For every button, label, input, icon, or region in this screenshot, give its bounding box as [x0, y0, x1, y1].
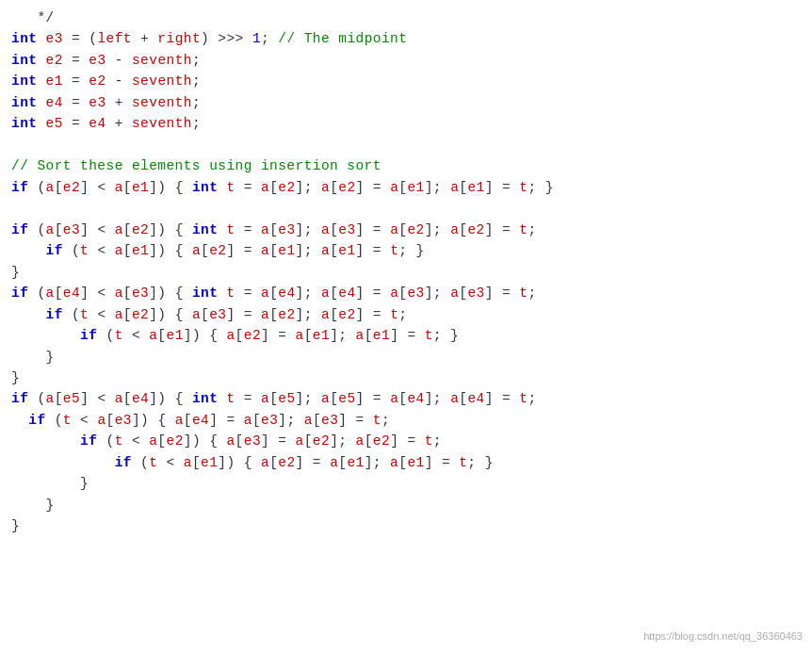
code-line-22: if (t < a[e1]) { a[e2] = a[e1]; a[e1] = … — [11, 452, 801, 473]
code-line-10 — [11, 198, 801, 219]
code-line-8: // Sort these elements using insertion s… — [11, 155, 801, 176]
code-line-4: int e1 = e2 - seventh; — [11, 71, 801, 91]
code-line-23: } — [11, 473, 801, 494]
code-line-24: } — [11, 495, 801, 515]
code-line-20: if (t < a[e3]) { a[e4] = a[e3]; a[e3] = … — [11, 410, 801, 431]
code-line-9: if (a[e2] < a[e1]) { int t = a[e2]; a[e2… — [11, 177, 801, 198]
code-line-12: if (t < a[e1]) { a[e2] = a[e1]; a[e1] = … — [11, 240, 801, 261]
code-container: */ int e3 = (left + right) >>> 1; // The… — [0, 0, 812, 653]
code-line-6: int e5 = e4 + seventh; — [11, 113, 801, 134]
code-line-3: int e2 = e3 - seventh; — [11, 50, 801, 71]
code-line-11: if (a[e3] < a[e2]) { int t = a[e3]; a[e3… — [11, 220, 801, 240]
watermark: https://blog.csdn.net/qq_36360463 — [643, 629, 803, 645]
code-line-5: int e4 = e3 + seventh; — [11, 92, 801, 113]
code-line-21: if (t < a[e2]) { a[e3] = a[e2]; a[e2] = … — [11, 431, 801, 451]
code-line-19: if (a[e5] < a[e4]) { int t = a[e5]; a[e5… — [11, 388, 801, 409]
code-line-14: if (a[e4] < a[e3]) { int t = a[e4]; a[e4… — [11, 283, 801, 303]
code-line-18: } — [11, 367, 801, 388]
code-line-15: if (t < a[e2]) { a[e3] = a[e2]; a[e2] = … — [11, 304, 801, 325]
code-line-25: } — [11, 515, 801, 536]
code-line-13: } — [11, 262, 801, 283]
code-line-1: */ — [11, 8, 801, 28]
code-line-17: } — [11, 347, 801, 367]
code-line-16: if (t < a[e1]) { a[e2] = a[e1]; a[e1] = … — [11, 325, 801, 346]
code-line-7 — [11, 135, 801, 155]
code-line-2: int e3 = (left + right) >>> 1; // The mi… — [11, 28, 801, 49]
